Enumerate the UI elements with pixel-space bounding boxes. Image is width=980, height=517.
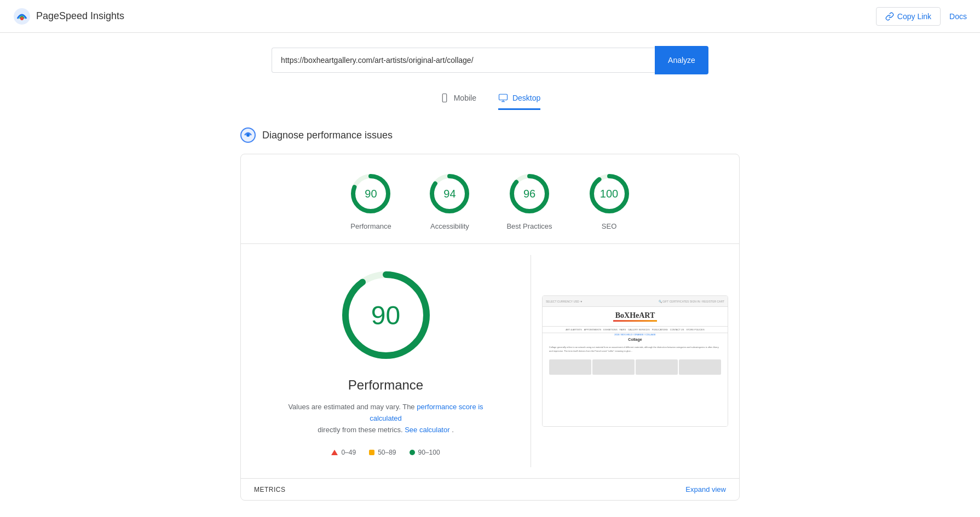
detail-right: SELECT CURRENCY USD ▼ 🔍 GIFT CERTIFICATE… [531, 244, 739, 478]
preview-content-title: Collage [543, 338, 728, 341]
tab-desktop[interactable]: Desktop [498, 88, 540, 110]
score-item-seo[interactable]: 100 SEO [587, 172, 631, 230]
score-card: 90 Performance 94 Accessibility [240, 154, 740, 501]
preview-img-4 [679, 359, 721, 375]
preview-menu-item-5: GALLERY SERVICES [628, 328, 650, 331]
preview-images-row [543, 357, 728, 377]
detail-left: 90 Performance Values are estimated and … [241, 244, 531, 478]
detail-title: Performance [348, 377, 423, 393]
detail-description: Values are estimated and may vary. The p… [276, 402, 495, 435]
pagespeed-logo-icon [13, 8, 31, 25]
legend-item-red: 0–49 [331, 449, 356, 456]
score-number-performance: 90 [365, 188, 377, 200]
preview-menu-item-1: ART & ARTISTS [566, 328, 581, 331]
detail-desc-text3: . [452, 426, 454, 434]
legend-orange-icon [369, 450, 374, 455]
preview-menu-item-7: CONTACT US [670, 328, 684, 331]
main-content: Analyze Mobile Desktop [0, 33, 980, 514]
metrics-label: METRICS [254, 486, 286, 493]
legend-green-icon [410, 450, 415, 455]
copy-link-label: Copy Link [897, 12, 931, 21]
legend-item-green: 90–100 [410, 449, 440, 456]
score-circles-row: 90 Performance 94 Accessibility [241, 154, 739, 243]
header: PageSpeed Insights Copy Link Docs [0, 0, 980, 33]
desktop-icon [498, 93, 508, 103]
svg-rect-2 [442, 94, 447, 102]
preview-menu-item-2: APPOINTMENTS [584, 328, 602, 331]
preview-nav-text: SELECT CURRENCY USD ▼ [546, 300, 583, 303]
preview-menu-item-4: FAIRS [620, 328, 626, 331]
preview-inner: SELECT CURRENCY USD ▼ 🔍 GIFT CERTIFICATE… [543, 296, 728, 426]
score-circle-accessibility: 94 [428, 172, 471, 216]
preview-content-text: Collage generally refers to an artwork u… [543, 344, 728, 355]
preview-menu-item-8: STORE POLICIES [686, 328, 704, 331]
see-calculator-link[interactable]: See calculator [405, 426, 449, 434]
score-number-seo: 100 [600, 188, 618, 200]
score-label-performance: Performance [350, 222, 391, 230]
legend-orange-range: 50–89 [378, 449, 396, 456]
score-item-best-practices[interactable]: 96 Best Practices [506, 172, 552, 230]
score-circle-best-practices: 96 [508, 172, 551, 216]
detail-section: 90 Performance Values are estimated and … [241, 244, 739, 478]
detail-desc-text1: Values are estimated and may vary. The [288, 403, 414, 411]
analyze-button[interactable]: Analyze [655, 46, 708, 74]
docs-link[interactable]: Docs [949, 12, 967, 21]
tab-mobile-label: Mobile [454, 94, 476, 102]
link-icon [885, 12, 894, 21]
preview-nav: SELECT CURRENCY USD ▼ 🔍 GIFT CERTIFICATE… [543, 296, 728, 307]
legend-red-icon [331, 450, 338, 455]
diagnose-icon [240, 127, 256, 143]
diagnose-title: Diagnose performance issues [262, 130, 393, 141]
svg-rect-4 [499, 94, 507, 100]
detail-desc-text2: directly from these metrics. [318, 426, 402, 434]
app-title: PageSpeed Insights [36, 10, 124, 22]
big-score-number: 90 [371, 300, 400, 330]
svg-point-9 [246, 133, 250, 137]
legend-item-orange: 50–89 [369, 449, 396, 456]
preview-nav-icons: 🔍 GIFT CERTIFICATES SIGN IN / REGISTER C… [659, 300, 724, 303]
tab-mobile[interactable]: Mobile [440, 88, 476, 110]
score-item-accessibility[interactable]: 94 Accessibility [428, 172, 471, 230]
preview-img-1 [549, 359, 591, 375]
big-score-circle: 90 [337, 266, 435, 364]
score-item-performance[interactable]: 90 Performance [349, 172, 393, 230]
preview-logo: BoXHeART [543, 307, 728, 326]
mobile-icon [440, 93, 449, 103]
preview-breadcrumb: 2018 / BOX.HELO / ORANGE / COLLAGE [543, 333, 728, 336]
score-label-seo: SEO [602, 222, 616, 230]
expand-view-button[interactable]: Expand view [685, 485, 726, 493]
score-number-best-practices: 96 [523, 188, 535, 200]
svg-point-1 [20, 17, 24, 20]
score-label-best-practices: Best Practices [506, 222, 552, 230]
website-preview: SELECT CURRENCY USD ▼ 🔍 GIFT CERTIFICATE… [542, 295, 728, 427]
copy-link-button[interactable]: Copy Link [876, 7, 941, 26]
score-label-accessibility: Accessibility [430, 222, 469, 230]
preview-menu-item-6: PUBLICATIONS [652, 328, 668, 331]
diagnose-section: Diagnose performance issues 90 Performan… [227, 127, 753, 501]
mode-tabs: Mobile Desktop [0, 88, 980, 110]
diagnose-header: Diagnose performance issues [240, 127, 740, 143]
preview-logo-underline [613, 320, 657, 322]
header-left: PageSpeed Insights [13, 8, 124, 25]
header-right: Copy Link Docs [876, 7, 967, 26]
preview-img-2 [592, 359, 635, 375]
legend-red-range: 0–49 [341, 449, 356, 456]
search-section: Analyze [0, 46, 980, 74]
preview-img-3 [636, 359, 678, 375]
tab-desktop-label: Desktop [512, 94, 540, 102]
legend-row: 0–49 50–89 90–100 [331, 449, 440, 456]
legend-green-range: 90–100 [418, 449, 440, 456]
preview-menu-item-3: EXHIBITIONS [603, 328, 617, 331]
preview-menu: ART & ARTISTS APPOINTMENTS EXHIBITIONS F… [543, 326, 728, 333]
score-circle-seo: 100 [587, 172, 631, 216]
score-circle-performance: 90 [349, 172, 393, 216]
score-number-accessibility: 94 [443, 188, 456, 200]
bottom-bar: METRICS Expand view [241, 478, 739, 500]
url-input[interactable] [272, 48, 655, 73]
